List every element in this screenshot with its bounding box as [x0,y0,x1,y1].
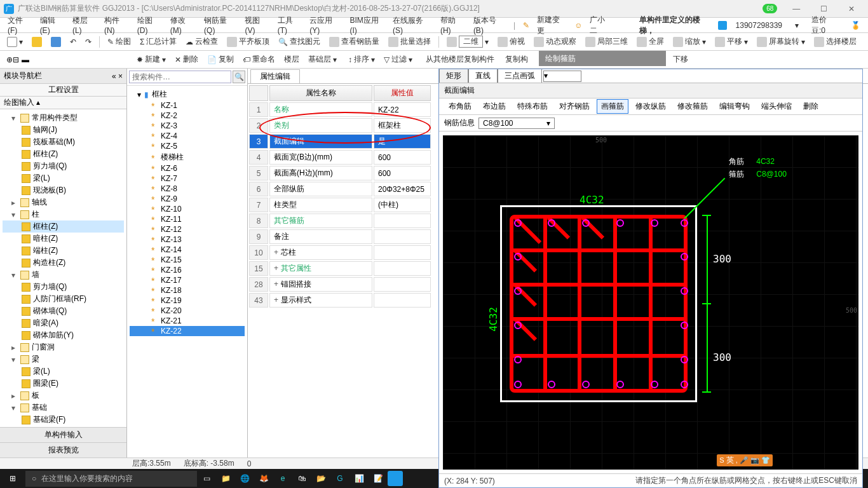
menu-help[interactable]: 帮助(H) [437,15,470,35]
kz-item[interactable]: KZ-19 [130,295,245,306]
taskbar-app-icon[interactable]: 📂 [311,469,330,488]
menu-bim[interactable]: BIM应用(I) [346,15,389,35]
rebar-info-combo[interactable]: C8@100▾ [478,118,555,129]
kz-item[interactable]: KZ-8 [130,184,245,194]
kz-item[interactable]: KZ-9 [130,194,245,204]
tb2-floor-combo[interactable]: 基础层▾ [305,54,340,65]
prop-row[interactable]: 10+芯柱 [249,245,431,260]
prop-row[interactable]: 7柱类型(中柱) [249,198,431,212]
menu-user[interactable]: 广小二 [586,15,616,36]
tb-save-icon[interactable] [48,37,64,47]
ime-float-badge[interactable]: S 英 , 🎤 📷 👕 [717,454,773,466]
user-phone[interactable]: 13907298339 [732,21,786,30]
rebar-dot[interactable] [681,322,688,329]
tb-batch-sel[interactable]: 批量选择 [385,36,434,47]
nav-item[interactable]: 砌体墙(Q) [3,305,124,317]
menu-member[interactable]: 构件(N) [100,15,133,35]
kz-item[interactable]: KZ-5 [130,141,245,151]
tb-undo-icon[interactable]: ↶ [67,37,79,46]
nav-item[interactable]: 人防门框墙(RF) [3,293,124,305]
close-button[interactable]: ✕ [839,4,864,13]
editor-op[interactable]: 修改箍筋 [673,99,712,114]
prop-row[interactable]: 4截面宽(B边)(mm)600 [249,150,431,165]
editor-op[interactable]: 布边筋 [478,99,510,114]
tb-fullscreen[interactable]: 全屏 [634,36,667,47]
nav-pin-icon[interactable]: ▬ [22,55,29,64]
kz-item[interactable]: KZ-22 [130,326,245,336]
nav-item[interactable]: 砌体加筋(Y) [3,329,124,341]
nav-item[interactable]: ▾梁 [3,353,124,365]
kz-item[interactable]: KZ-10 [130,204,245,214]
menu-floor[interactable]: 楼层(L) [69,15,100,35]
editor-op[interactable]: 画箍筋 [597,99,628,114]
editor-op[interactable]: 修改纵筋 [631,99,670,114]
tb-open-icon[interactable] [29,37,45,47]
nav-item[interactable]: 梁(L) [3,172,124,184]
tb-sum[interactable]: Σ汇总计算 [137,36,180,47]
kz-item[interactable]: KZ-18 [130,285,245,295]
component-search-input[interactable] [129,71,231,83]
task-view-icon[interactable]: ▭ [197,469,216,488]
taskbar-app-icon[interactable]: 🦊 [254,469,273,488]
tb-find-elem[interactable]: 🔍查找图元 [275,36,323,47]
rebar-dot[interactable] [681,381,688,388]
taskbar-app-icon[interactable]: 📊 [349,469,369,488]
nav-project-settings[interactable]: 工程设置 [0,84,126,97]
maximize-button[interactable]: ☐ [811,4,837,13]
rebar-dot[interactable] [651,381,658,388]
nav-item[interactable]: ▾常用构件类型 [3,112,124,124]
prop-row[interactable]: 6全部纵筋20Φ32+8Φ25 [249,182,431,196]
tb2-copy-member[interactable]: 复制构 [500,54,531,65]
tb-orbit[interactable]: 动态观察 [531,36,580,47]
component-search-button[interactable]: 🔍 [233,71,245,83]
tb-rotate[interactable]: 屏幕旋转▾ [754,36,808,47]
prop-row[interactable]: 43+显示样式 [249,293,431,308]
kz-item[interactable]: KZ-13 [130,234,245,245]
start-button[interactable]: ⊞ [0,474,25,483]
taskbar-app-icon[interactable]: e [273,469,292,488]
nav-item[interactable]: 框柱(Z) [3,220,124,233]
tb-flat-top[interactable]: 平齐板顶 [224,36,273,47]
nav-item[interactable]: ▾柱 [3,208,124,220]
rebar-dot[interactable] [681,253,688,261]
shape-arc3[interactable]: 三点画弧 [498,69,542,83]
menu-cloud[interactable]: 云应用(Y) [306,15,346,35]
kz-item[interactable]: KZ-11 [130,214,245,224]
nav-item[interactable]: 剪力墙(Q) [3,160,124,172]
tb-pan[interactable]: 平移▾ [712,36,751,47]
tb2-copy-from-floor[interactable]: 从其他楼层复制构件 [421,54,498,65]
editor-op[interactable]: 特殊布筋 [513,99,552,114]
tb-cloud-check[interactable]: ☁云检查 [182,36,221,47]
tb-topview[interactable]: 俯视 [494,36,528,47]
coin-icon[interactable]: 🏅 [847,21,864,30]
kz-item[interactable]: KZ-7 [130,173,245,184]
tb-draw[interactable]: ✎绘图 [104,36,134,47]
nav-item[interactable]: 端柱(Z) [3,245,124,257]
nav-collapse-icon[interactable]: ⊕⊟ [6,55,19,64]
nav-draw-input[interactable]: 绘图输入 ▴ [0,97,126,109]
nav-close-icon[interactable]: « × [112,72,123,81]
kz-item[interactable]: KZ-16 [130,265,245,275]
nav-item[interactable]: ▸门窗洞 [3,341,124,353]
tb2-rename[interactable]: 🏷重命名 [240,54,278,65]
prop-row[interactable]: 1名称KZ-22 [249,102,431,117]
menu-new-change[interactable]: 新建变更 [533,15,571,36]
minimize-button[interactable]: — [783,4,809,13]
taskbar-app-icon[interactable]: 📝 [369,469,388,488]
tb-new-icon[interactable]: ▾ [4,37,26,47]
nav-item[interactable]: 暗梁(A) [3,317,124,329]
nav-item[interactable]: ▸轴线 [3,196,124,208]
nav-item[interactable]: 构造柱(Z) [3,257,124,269]
nav-item[interactable]: 现浇板(B) [3,184,124,196]
prop-row[interactable]: 3截面编辑是 [249,134,431,149]
kz-item[interactable]: KZ-2 [130,111,245,121]
tb2-move-down[interactable]: 下移 [670,54,691,65]
editor-op[interactable]: 删除 [799,99,823,114]
taskbar-app-icon[interactable]: 🌐 [235,469,254,488]
nav-item[interactable]: ▾基础 [3,402,124,414]
nav-item[interactable]: 基础梁(F) [3,414,124,426]
shape-combo[interactable]: ▾ [543,71,581,82]
tb-local3d[interactable]: 局部三维 [582,36,631,47]
kz-item[interactable]: KZ-21 [130,316,245,326]
rebar-dot[interactable] [514,322,522,329]
